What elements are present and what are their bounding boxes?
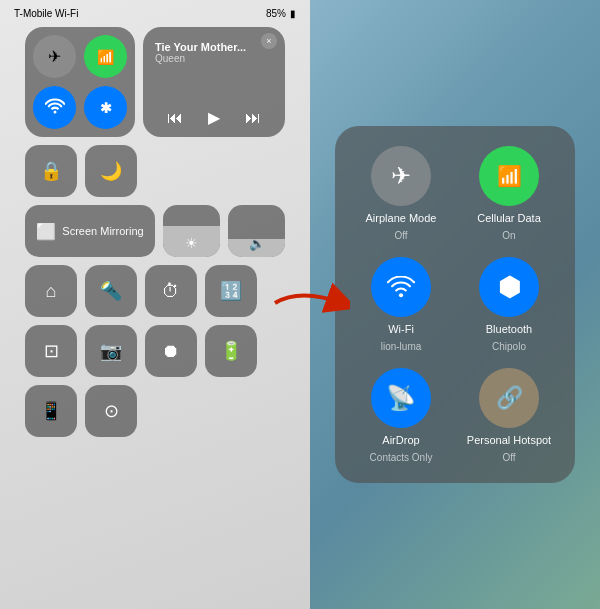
bluetooth-expanded-button[interactable]: ⬢ Bluetooth Chipolo: [463, 257, 555, 352]
wallet-icon: ⊙: [104, 400, 119, 422]
screen-mirroring-label: Screen Mirroring: [62, 225, 143, 237]
calculator-button[interactable]: 🔢: [205, 265, 257, 317]
bluetooth-sublabel: Chipolo: [492, 341, 526, 352]
wifi-expanded-button[interactable]: Wi-Fi lion-luma: [355, 257, 447, 352]
record-button[interactable]: ⏺: [145, 325, 197, 377]
rewind-button[interactable]: ⏮: [167, 109, 183, 127]
do-not-disturb-button[interactable]: 🌙: [85, 145, 137, 197]
media-artist: Queen: [155, 53, 273, 64]
battery-widget-button[interactable]: 🔋: [205, 325, 257, 377]
airplane-icon: ✈: [48, 47, 61, 66]
airdrop-label: AirDrop: [382, 434, 419, 446]
rotation-lock-icon: 🔒: [40, 160, 62, 182]
hotspot-expanded-icon: 🔗: [479, 368, 539, 428]
wifi-button[interactable]: [33, 86, 76, 129]
cellular-data-label: Cellular Data: [477, 212, 541, 224]
second-row: 🔒 🌙: [25, 145, 285, 197]
red-arrow-icon: [270, 283, 350, 323]
control-center: ✈ 📶 ✱ ×: [25, 27, 285, 437]
flashlight-icon: 🔦: [100, 280, 122, 302]
forward-button[interactable]: ⏭: [245, 109, 261, 127]
battery-widget-icon: 🔋: [220, 340, 242, 362]
wifi-expanded-icon: [371, 257, 431, 317]
wifi-sublabel: lion-luma: [381, 341, 422, 352]
mirroring-icon: ⬜: [36, 222, 56, 241]
airdrop-expanded-icon: 📡: [371, 368, 431, 428]
screenshot-icon: ⊡: [44, 340, 59, 362]
left-panel: T-Mobile Wi-Fi 85% ▮ ✈ 📶: [0, 0, 310, 609]
airdrop-icon: 📡: [386, 384, 416, 412]
cellular-expanded-icon: 📶: [497, 164, 522, 188]
bluetooth-icon: ✱: [100, 100, 112, 116]
home-icon: ⌂: [46, 281, 57, 302]
bluetooth-label: Bluetooth: [486, 323, 532, 335]
cellular-data-expanded-button[interactable]: 📶 Cellular Data On: [463, 146, 555, 241]
timer-icon: ⏱: [162, 281, 180, 302]
wallet-button[interactable]: ⊙: [85, 385, 137, 437]
bluetooth-expanded-sym: ⬢: [498, 272, 521, 303]
connectivity-block: ✈ 📶 ✱: [25, 27, 135, 137]
screenshot-button[interactable]: ⊡: [25, 325, 77, 377]
airdrop-sublabel: Contacts Only: [370, 452, 433, 463]
flashlight-button[interactable]: 🔦: [85, 265, 137, 317]
record-icon: ⏺: [162, 341, 180, 362]
bottom-row: 📱 ⊙: [25, 385, 285, 437]
airplane-mode-label: Airplane Mode: [366, 212, 437, 224]
airplane-expanded-icon: ✈: [391, 162, 411, 190]
cellular-icon: 📶: [97, 49, 114, 65]
battery-area: 85% ▮: [266, 8, 296, 19]
airplane-mode-button[interactable]: ✈: [33, 35, 76, 78]
hotspot-icon: 🔗: [496, 385, 523, 411]
remote-button[interactable]: 📱: [25, 385, 77, 437]
airplane-mode-sublabel: Off: [394, 230, 407, 241]
cellular-button[interactable]: 📶: [84, 35, 127, 78]
arrow-container: [270, 283, 350, 327]
airplane-mode-expanded-icon: ✈: [371, 146, 431, 206]
screen-mirroring-button[interactable]: ⬜ Screen Mirroring: [25, 205, 155, 257]
hotspot-sublabel: Off: [502, 452, 515, 463]
media-player-block: × Tie Your Mother... Queen ⏮ ▶ ⏭: [143, 27, 285, 137]
rotation-lock-button[interactable]: 🔒: [25, 145, 77, 197]
moon-icon: 🌙: [100, 160, 122, 182]
home-button[interactable]: ⌂: [25, 265, 77, 317]
media-close-button[interactable]: ×: [261, 33, 277, 49]
svg-point-0: [399, 293, 403, 297]
close-icon: ×: [266, 36, 271, 46]
battery-icon: ▮: [290, 8, 296, 19]
wifi-svg-icon: [387, 276, 415, 298]
cellular-data-expanded-icon: 📶: [479, 146, 539, 206]
hotspot-label: Personal Hotspot: [467, 434, 551, 446]
wifi-icon: [45, 98, 65, 117]
volume-icon: 🔈: [249, 236, 265, 251]
play-button[interactable]: ▶: [208, 108, 220, 127]
camera-button[interactable]: 📷: [85, 325, 137, 377]
volume-slider[interactable]: 🔈: [228, 205, 285, 257]
media-title: Tie Your Mother...: [155, 41, 273, 53]
calculator-icon: 🔢: [220, 280, 242, 302]
right-panel: ✈ Airplane Mode Off 📶 Cellular Data On: [310, 0, 600, 609]
brightness-icon: ☀: [185, 235, 198, 251]
cellular-data-sublabel: On: [502, 230, 515, 241]
timer-button[interactable]: ⏱: [145, 265, 197, 317]
battery-percentage: 85%: [266, 8, 286, 19]
wifi-label: Wi-Fi: [388, 323, 414, 335]
carrier-label: T-Mobile Wi-Fi: [14, 8, 78, 19]
camera-icon: 📷: [100, 340, 122, 362]
status-bar: T-Mobile Wi-Fi 85% ▮: [0, 0, 310, 23]
remote-icon: 📱: [40, 400, 62, 422]
hotspot-expanded-button[interactable]: 🔗 Personal Hotspot Off: [463, 368, 555, 463]
airplane-mode-expanded-button[interactable]: ✈ Airplane Mode Off: [355, 146, 447, 241]
brightness-slider[interactable]: ☀: [163, 205, 220, 257]
expanded-control-center: ✈ Airplane Mode Off 📶 Cellular Data On: [335, 126, 575, 483]
top-row: ✈ 📶 ✱ ×: [25, 27, 285, 137]
bluetooth-expanded-icon: ⬢: [479, 257, 539, 317]
media-controls: ⏮ ▶ ⏭: [155, 108, 273, 127]
mirror-brightness-row: ⬜ Screen Mirroring ☀ 🔈: [25, 205, 285, 257]
now-playing-info: Tie Your Mother... Queen: [155, 37, 273, 64]
airdrop-expanded-button[interactable]: 📡 AirDrop Contacts Only: [355, 368, 447, 463]
bottom-grid-row2: ⊡ 📷 ⏺ 🔋: [25, 325, 285, 377]
bottom-grid-row1: ⌂ 🔦 ⏱ 🔢: [25, 265, 285, 317]
bluetooth-button[interactable]: ✱: [84, 86, 127, 129]
